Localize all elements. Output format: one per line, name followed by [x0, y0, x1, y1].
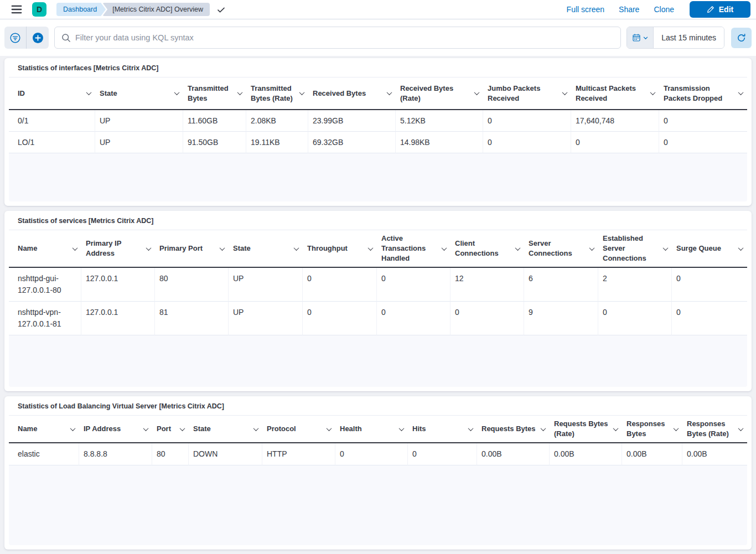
- column-header-hits[interactable]: Hits: [408, 415, 477, 443]
- breadcrumb-dashboard[interactable]: Dashboard: [56, 3, 106, 16]
- column-header-name[interactable]: Name: [9, 230, 81, 268]
- chevron-down-icon[interactable]: [468, 426, 474, 431]
- time-range-value[interactable]: Last 15 minutes: [654, 27, 724, 48]
- column-header-id[interactable]: ID: [9, 77, 95, 110]
- chevron-down-icon[interactable]: [738, 245, 744, 251]
- table-row: elastic 8.8.8.8 80 DOWN HTTP 0 0 0.00B 0…: [9, 443, 747, 465]
- cell-primary-ip: 127.0.0.1: [81, 268, 155, 302]
- cell-responses-bytes: 0.00B: [622, 443, 682, 465]
- chevron-down-icon[interactable]: [399, 426, 405, 431]
- column-header-requests-bytes-rate[interactable]: Requests Bytes (Rate): [550, 415, 622, 443]
- chevron-down-icon[interactable]: [613, 426, 619, 431]
- chevron-down-icon[interactable]: [327, 426, 332, 431]
- column-header-transmitted-bytes[interactable]: Transmitted Bytes: [183, 77, 246, 110]
- edit-button-label: Edit: [719, 5, 733, 14]
- hamburger-menu-button[interactable]: [6, 0, 28, 19]
- column-header-established-server-connections[interactable]: Established Server Connections: [598, 230, 672, 268]
- cell-throughput: 0: [303, 302, 377, 335]
- cell-state: UP: [95, 132, 183, 153]
- chevron-down-icon[interactable]: [589, 245, 595, 251]
- chevron-down-icon[interactable]: [143, 426, 149, 431]
- chevron-down-icon[interactable]: [368, 245, 374, 251]
- column-header-client-connections[interactable]: Client Connections: [451, 230, 524, 268]
- cell-primary-ip: 127.0.0.1: [81, 302, 155, 335]
- chevron-down-icon[interactable]: [220, 245, 225, 251]
- column-header-responses-bytes[interactable]: Responses Bytes: [622, 415, 682, 443]
- column-header-surge-queue[interactable]: Surge Queue: [672, 230, 747, 268]
- column-header-jumbo-packets-received[interactable]: Jumbo Packets Received: [483, 77, 571, 110]
- chevron-down-icon[interactable]: [674, 426, 679, 431]
- chevron-down-icon[interactable]: [299, 90, 305, 95]
- chevron-down-icon[interactable]: [387, 90, 392, 95]
- column-header-active-transactions[interactable]: Active Transactions Handled: [377, 230, 451, 268]
- time-quick-select-button[interactable]: [627, 27, 654, 48]
- chevron-down-icon[interactable]: [738, 426, 744, 431]
- column-header-state[interactable]: State: [95, 77, 183, 110]
- chevron-down-icon[interactable]: [86, 90, 92, 95]
- check-icon: [216, 5, 226, 14]
- share-button[interactable]: Share: [619, 5, 639, 14]
- column-header-transmission-packets-dropped[interactable]: Transmission Packets Dropped: [659, 77, 747, 110]
- chevron-down-icon[interactable]: [738, 90, 744, 95]
- clone-button[interactable]: Clone: [654, 5, 674, 14]
- refresh-button[interactable]: [731, 28, 752, 48]
- chevron-down-icon[interactable]: [253, 426, 259, 431]
- column-header-received-bytes-rate[interactable]: Received Bytes (Rate): [396, 77, 483, 110]
- chevron-down-icon[interactable]: [237, 90, 243, 95]
- interfaces-table-zone: ID State Transmitted Bytes Transmitted B…: [9, 77, 747, 201]
- cell-transmitted-bytes: 11.60GB: [183, 110, 246, 132]
- lb-virtual-server-table: Name IP Address Port State Protocol Heal…: [9, 415, 747, 465]
- cell-protocol: HTTP: [262, 443, 335, 465]
- column-header-state[interactable]: State: [229, 230, 303, 268]
- table-row: 0/1 UP 11.60GB 2.08KB 23.99GB 5.12KB 0 1…: [9, 110, 747, 132]
- chevron-down-icon[interactable]: [180, 426, 185, 431]
- column-header-multicast-packets-received[interactable]: Multicast Packets Received: [571, 77, 659, 110]
- space-avatar[interactable]: D: [32, 2, 46, 17]
- column-header-server-connections[interactable]: Server Connections: [524, 230, 598, 268]
- column-header-port[interactable]: Port: [152, 415, 189, 443]
- column-header-throughput[interactable]: Throughput: [303, 230, 377, 268]
- chevron-down-icon[interactable]: [541, 426, 546, 431]
- cell-primary-port: 80: [155, 268, 229, 302]
- cell-jumbo-packets: 0: [483, 110, 571, 132]
- chevron-down-icon[interactable]: [70, 426, 76, 431]
- filter-circle-icon: [10, 33, 20, 43]
- cell-ip-address: 8.8.8.8: [79, 443, 152, 465]
- filter-menu-button[interactable]: [4, 27, 27, 49]
- column-header-name[interactable]: Name: [9, 415, 79, 443]
- cell-hits: 0: [408, 443, 477, 465]
- column-header-transmitted-bytes-rate[interactable]: Transmitted Bytes (Rate): [246, 77, 308, 110]
- panel-title[interactable]: Statistics of Load Balancing Virtual Ser…: [4, 396, 752, 415]
- kql-search-input[interactable]: [75, 33, 615, 42]
- column-header-ip-address[interactable]: IP Address: [79, 415, 152, 443]
- chevron-down-icon[interactable]: [562, 90, 568, 95]
- panel-title[interactable]: Statistics of services [Metrics Citrix A…: [4, 211, 752, 230]
- column-header-primary-ip[interactable]: Primary IP Address: [81, 230, 155, 268]
- chevron-down-icon[interactable]: [73, 245, 78, 251]
- edit-button[interactable]: Edit: [690, 1, 750, 18]
- full-screen-button[interactable]: Full screen: [567, 5, 604, 14]
- chevron-down-icon[interactable]: [294, 245, 299, 251]
- column-header-requests-bytes[interactable]: Requests Bytes: [477, 415, 550, 443]
- panel-title[interactable]: Statistics of interfaces [Metrics Citrix…: [4, 58, 752, 77]
- chevron-down-icon[interactable]: [515, 245, 521, 251]
- column-header-primary-port[interactable]: Primary Port: [155, 230, 229, 268]
- column-header-received-bytes[interactable]: Received Bytes: [308, 77, 396, 110]
- add-filter-button[interactable]: [27, 27, 49, 49]
- column-header-health[interactable]: Health: [335, 415, 408, 443]
- cell-received-bytes-rate: 5.12KB: [396, 110, 483, 132]
- chevron-down-icon[interactable]: [663, 245, 669, 251]
- column-header-protocol[interactable]: Protocol: [262, 415, 335, 443]
- kql-search-box: [54, 27, 621, 49]
- cell-transmitted-bytes: 91.50GB: [183, 132, 246, 153]
- chevron-down-icon[interactable]: [174, 90, 180, 95]
- chevron-down-icon[interactable]: [650, 90, 656, 95]
- column-header-state[interactable]: State: [189, 415, 262, 443]
- column-header-responses-bytes-rate[interactable]: Responses Bytes (Rate): [682, 415, 747, 443]
- interfaces-table: ID State Transmitted Bytes Transmitted B…: [9, 77, 747, 153]
- chevron-down-icon[interactable]: [474, 90, 480, 95]
- breadcrumb-current-dashboard[interactable]: [Metrics Citrix ADC] Overview: [102, 3, 210, 16]
- chevron-down-icon[interactable]: [146, 245, 152, 251]
- cell-throughput: 0: [303, 268, 377, 302]
- chevron-down-icon[interactable]: [442, 245, 447, 251]
